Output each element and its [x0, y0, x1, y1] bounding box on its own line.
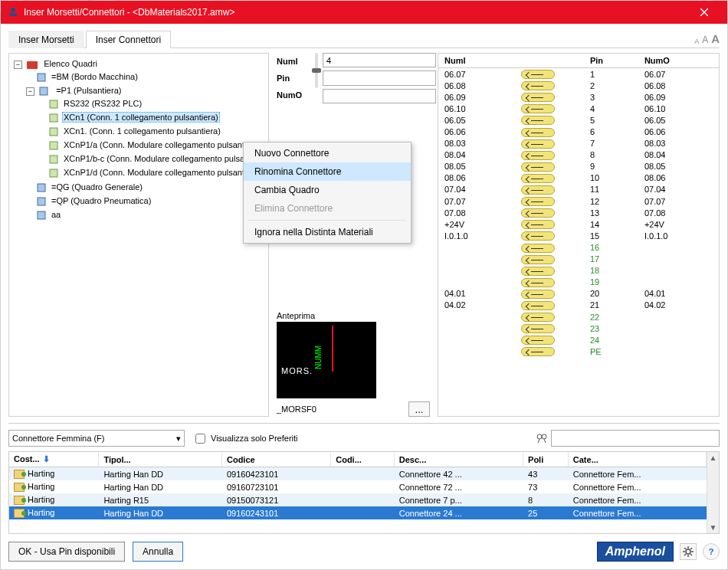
tree-item[interactable]: XCnP1/b-c (Conn. Modulare collegamento p… — [38, 152, 265, 165]
pin-row[interactable]: 08.061008.06 — [438, 172, 719, 184]
pin-row[interactable]: PE — [438, 346, 719, 357]
tree-item[interactable]: =QG (Quadro Generale) — [26, 180, 265, 194]
col-poli[interactable]: Poli — [523, 452, 569, 467]
close-button[interactable] — [687, 1, 721, 24]
pins-pane[interactable]: NumI Pin NumO 06.07106.0706.08206.0806.0… — [438, 53, 720, 417]
pin-row[interactable]: 08.05908.05 — [438, 161, 719, 172]
table-row[interactable]: HartingHarting Han DD09160423101Connetto… — [9, 467, 707, 481]
pin-row[interactable]: 24 — [438, 334, 719, 346]
tree-item[interactable]: aa — [26, 208, 265, 221]
pin-row[interactable]: 06.07106.07 — [438, 68, 719, 80]
col-pin[interactable]: Pin — [584, 54, 638, 68]
pin-slider[interactable] — [315, 53, 318, 103]
pin-row[interactable]: 17 — [438, 254, 719, 265]
favorites-checkbox[interactable] — [195, 434, 205, 444]
browse-button[interactable]: ... — [408, 401, 430, 417]
ctx-rinomina[interactable]: Rinomina Connettore — [244, 162, 411, 181]
pin-row[interactable]: +24V14+24V — [438, 218, 719, 230]
pin-row[interactable]: I.0.1.015I.0.1.0 — [438, 230, 719, 241]
tree-item[interactable]: − =P1 (Pulsantiera) RS232 (RS232 PLC) XC… — [26, 84, 265, 180]
pin-row[interactable]: 06.08206.08 — [438, 80, 719, 91]
search-input[interactable] — [551, 430, 720, 447]
table-row[interactable]: HartingHarting Han DD09160723101Connetto… — [9, 480, 707, 493]
tree-pane[interactable]: − Elenco Quadri =BM (Bordo Macchina) − =… — [8, 53, 269, 417]
numi-field-row: NumI — [277, 53, 310, 70]
pin-numo: 04.01 — [638, 288, 719, 300]
pin-row[interactable]: 04.022104.02 — [438, 300, 719, 311]
pin-row[interactable]: 07.041107.04 — [438, 184, 719, 195]
tree-item[interactable]: XCnP1/d (Conn. Modulare collegamento pul… — [38, 165, 265, 179]
collapse-icon[interactable]: − — [26, 87, 34, 96]
help-button[interactable]: ? — [703, 543, 720, 560]
cell-codice: 09160423101 — [221, 467, 330, 481]
ctx-cambia[interactable]: Cambia Quadro — [244, 181, 411, 199]
pin-row[interactable]: 23 — [438, 323, 719, 334]
tab-connettori[interactable]: Inser Connettori — [86, 31, 171, 48]
tree-item[interactable]: =BM (Bordo Macchina) — [26, 70, 265, 84]
cell-cate: Connettore Fem... — [568, 467, 706, 481]
cancel-button[interactable]: Annulla — [133, 542, 183, 562]
cell-codice: 09150073121 — [221, 493, 330, 506]
col-tipo[interactable]: Tipol... — [99, 452, 222, 467]
pin-number: PE — [584, 346, 638, 357]
pin-row[interactable]: 16 — [438, 241, 719, 253]
pin-input[interactable] — [323, 70, 436, 85]
ok-button[interactable]: OK - Usa Pin disponibili — [8, 542, 125, 562]
tab-morsetti[interactable]: Inser Morsetti — [8, 31, 84, 48]
connector-icon — [49, 169, 60, 178]
scroll-down-icon[interactable]: ▼ — [710, 523, 717, 532]
pin-row[interactable]: 08.04808.04 — [438, 149, 719, 161]
pin-row[interactable]: 04.012004.01 — [438, 288, 719, 300]
numi-input[interactable] — [323, 53, 436, 67]
col-numi[interactable]: NumI — [438, 54, 515, 68]
panel-icon — [37, 197, 48, 206]
lower-panel: Connettore Femmina (F) ▾ Visualizza solo… — [8, 423, 720, 534]
sort-desc-icon: ⬇ — [43, 454, 50, 464]
pin-numo — [638, 265, 719, 277]
grid-scroll[interactable]: Cost...⬇ Tipol... Codice Codi... Desc...… — [9, 452, 707, 533]
settings-button[interactable] — [680, 543, 697, 560]
type-combo[interactable]: Connettore Femmina (F) ▾ — [8, 430, 185, 447]
favorites-checkbox-row[interactable]: Visualizza solo Preferiti — [192, 431, 298, 446]
font-medium-button[interactable]: A — [702, 34, 708, 45]
numo-input[interactable] — [323, 89, 436, 103]
col-codice[interactable]: Codice — [221, 452, 330, 467]
numo-field-row: NumO — [277, 87, 310, 103]
svg-rect-12 — [50, 169, 57, 177]
col-cate[interactable]: Cate... — [568, 452, 706, 467]
font-large-button[interactable]: A — [711, 32, 720, 45]
pin-row[interactable]: 22 — [438, 311, 719, 323]
grid-scrollbar[interactable]: ▲ ▼ — [707, 452, 719, 533]
collapse-icon[interactable]: − — [14, 61, 22, 69]
pin-numo — [638, 254, 719, 265]
font-small-button[interactable]: A — [694, 38, 699, 45]
tree-item-selected[interactable]: XCn1 (Conn. 1 collegamento pulsantiera) — [38, 110, 265, 124]
pin-row[interactable]: 07.081307.08 — [438, 207, 719, 218]
col-desc[interactable]: Desc... — [394, 452, 523, 467]
search-icon[interactable] — [536, 432, 548, 444]
pin-row[interactable]: 18 — [438, 265, 719, 277]
col-numo[interactable]: NumO — [638, 54, 719, 68]
table-row[interactable]: HartingHarting R1509150073121Connettore … — [9, 493, 707, 506]
pin-row[interactable]: 07.071207.07 — [438, 195, 719, 207]
preview-numm-text: NUMM — [314, 346, 323, 369]
table-row[interactable]: HartingHarting Han DD09160243101Connetto… — [9, 506, 707, 519]
pin-numo: 08.05 — [638, 161, 719, 172]
pin-row[interactable]: 06.05506.05 — [438, 114, 719, 126]
pin-row[interactable]: 06.10406.10 — [438, 103, 719, 114]
tree-root[interactable]: − Elenco Quadri =BM (Bordo Macchina) − =… — [14, 57, 265, 222]
pin-number: 4 — [584, 103, 638, 114]
tree-item[interactable]: RS232 (RS232 PLC) — [38, 97, 265, 110]
pin-row[interactable]: 08.03708.03 — [438, 138, 719, 149]
ctx-ignora[interactable]: Ignora nella Distinta Materiali — [244, 223, 411, 241]
tree-item[interactable]: XCn1. (Conn. 1 collegamento pulsantiera) — [38, 124, 265, 138]
scroll-up-icon[interactable]: ▲ — [710, 454, 717, 462]
pin-row[interactable]: 06.09306.09 — [438, 91, 719, 103]
col-codi[interactable]: Codi... — [331, 452, 395, 467]
col-cost[interactable]: Cost...⬇ — [9, 452, 99, 467]
ctx-nuovo[interactable]: Nuovo Connettore — [244, 144, 411, 162]
pin-row[interactable]: 06.06606.06 — [438, 126, 719, 137]
tree-item[interactable]: XCnP1/a (Conn. Modulare collegamento pul… — [38, 138, 265, 152]
pin-row[interactable]: 19 — [438, 277, 719, 288]
tree-item[interactable]: =QP (Quadro Pneumatica) — [26, 194, 265, 208]
